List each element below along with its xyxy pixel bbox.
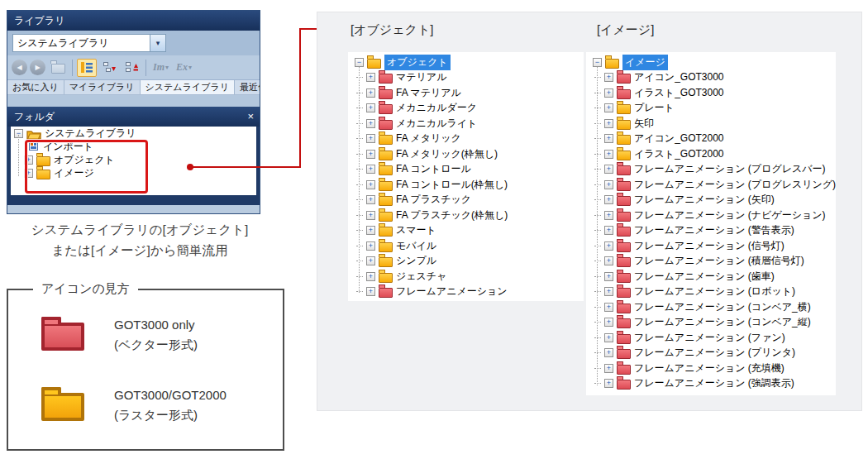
chevron-down-icon[interactable]: ▾ <box>150 35 165 51</box>
tree-row[interactable]: + シンプル <box>348 254 584 270</box>
tree-row[interactable]: + メカニカルライト <box>348 116 584 131</box>
tree-row[interactable]: + フレームアニメーション (矢印) <box>586 193 836 208</box>
expand-icon[interactable]: + <box>604 119 613 128</box>
tab-my-library[interactable]: マイライブラリ <box>64 80 141 94</box>
expand-icon[interactable]: + <box>366 256 375 265</box>
expand-icon[interactable]: + <box>604 165 613 174</box>
sort-tree-button[interactable] <box>122 59 141 77</box>
tree-row[interactable]: + フレームアニメーション (プログレスバー) <box>586 162 836 178</box>
tree-row-import[interactable]: インポート <box>11 140 256 153</box>
expand-icon[interactable]: + <box>366 88 375 98</box>
expand-icon[interactable]: + <box>366 226 375 235</box>
tree-row[interactable]: + メカニカルダーク <box>348 101 584 117</box>
expand-icon[interactable]: + <box>24 155 33 165</box>
tree-row[interactable]: + フレームアニメーション (ナビゲーション) <box>586 208 836 223</box>
export-button[interactable]: Ex ▾ <box>174 61 194 74</box>
tree-row[interactable]: + フレームアニメーション (警告表示) <box>586 223 836 239</box>
expand-icon[interactable]: + <box>604 226 613 235</box>
expand-icon[interactable]: + <box>366 119 375 128</box>
tree-row[interactable]: + イラスト_GOT2000 <box>586 146 836 162</box>
tree-view-button[interactable] <box>77 59 97 77</box>
tree-row-images[interactable]: + イメージ <box>11 166 256 179</box>
tree-row[interactable]: + フレームアニメーション (ファン) <box>586 330 836 346</box>
expand-icon[interactable]: + <box>366 287 375 296</box>
expand-icon[interactable]: + <box>604 211 613 220</box>
expand-icon[interactable]: + <box>366 211 375 220</box>
forward-button[interactable]: ▶ <box>30 60 45 75</box>
import-button[interactable]: Im ▾ <box>150 61 171 74</box>
expand-icon[interactable]: + <box>604 379 613 388</box>
expand-icon[interactable]: + <box>366 195 375 204</box>
tree-row[interactable]: + マテリアル <box>348 70 584 86</box>
tree-row[interactable]: + FA コントロール <box>348 162 584 178</box>
expand-icon[interactable]: + <box>366 272 375 281</box>
tree-row[interactable]: + フレームアニメーション (コンベア_横) <box>586 299 836 315</box>
tree-row[interactable]: + FA プラスチック <box>348 193 584 208</box>
back-button[interactable]: ◀ <box>12 60 27 75</box>
tree-row[interactable]: + FA メタリック <box>348 131 584 147</box>
expand-icon[interactable]: + <box>604 256 613 265</box>
expand-icon[interactable]: + <box>604 241 613 251</box>
expand-icon[interactable]: + <box>366 150 375 159</box>
tree-row[interactable]: + FA メタリック(枠無し) <box>348 146 584 162</box>
tree-row[interactable]: + フレームアニメーション (歯車) <box>586 269 836 284</box>
expand-icon[interactable]: + <box>604 195 613 204</box>
up-folder-button[interactable] <box>48 59 68 77</box>
expand-icon[interactable]: + <box>604 272 613 281</box>
tree-row[interactable]: + FA マテリアル <box>348 85 584 101</box>
expand-icon[interactable]: + <box>604 88 613 98</box>
tree-row-objects[interactable]: + オブジェクト <box>11 153 256 166</box>
tree-row[interactable]: + フレームアニメーション (ロボット) <box>586 284 836 300</box>
tree-row[interactable]: + フレームアニメーション (強調表示) <box>586 376 836 392</box>
expand-icon[interactable]: + <box>366 241 375 251</box>
expand-icon[interactable]: + <box>604 287 613 296</box>
folder-icon <box>617 165 631 175</box>
expand-icon[interactable]: + <box>604 134 613 143</box>
tree-row[interactable]: + フレームアニメーション <box>348 284 584 300</box>
expand-icon[interactable]: + <box>366 73 375 82</box>
tree-row[interactable]: + アイコン_GOT2000 <box>586 131 836 147</box>
tree-row[interactable]: + フレームアニメーション (充填機) <box>586 361 836 376</box>
back-icon: ◀ <box>17 64 21 71</box>
expand-icon[interactable]: + <box>604 348 613 357</box>
tab-system-library[interactable]: システムライブラリ <box>141 80 235 94</box>
tree-row[interactable]: + フレームアニメーション (プリンタ) <box>586 346 836 361</box>
tree-row[interactable]: + フレームアニメーション (積層信号灯) <box>586 254 836 270</box>
tree-row[interactable]: + 矢印 <box>586 116 836 131</box>
tab-recent[interactable]: 最近使 <box>235 80 260 94</box>
expand-icon[interactable]: + <box>604 303 613 312</box>
expand-icon[interactable]: + <box>366 165 375 174</box>
expand-icon[interactable]: + <box>604 333 613 342</box>
tree-row[interactable]: + FA プラスチック(枠無し) <box>348 208 584 223</box>
tree-row[interactable]: + アイコン_GOT3000 <box>586 70 836 86</box>
collapse-icon[interactable]: − <box>593 58 602 67</box>
expand-icon[interactable]: + <box>604 103 613 112</box>
filter-tree-button[interactable] <box>99 59 119 77</box>
tree-row[interactable]: + ジェスチャ <box>348 269 584 284</box>
close-icon[interactable]: × <box>247 107 254 127</box>
tree-row[interactable]: + モバイル <box>348 238 584 254</box>
tree-row[interactable]: + イラスト_GOT3000 <box>586 85 836 101</box>
expand-icon[interactable]: + <box>604 180 613 189</box>
tree-row[interactable]: + フレームアニメーション (信号灯) <box>586 238 836 254</box>
expand-icon[interactable]: + <box>604 150 613 159</box>
tree-row[interactable]: + FA コントロール(枠無し) <box>348 177 584 193</box>
expand-icon[interactable]: + <box>366 103 375 112</box>
tree-row-system-library[interactable]: − システムライブラリ <box>11 127 256 140</box>
tree-row[interactable]: + スマート <box>348 223 584 239</box>
collapse-icon[interactable]: − <box>355 58 364 67</box>
tab-favorites[interactable]: お気に入り <box>7 80 64 94</box>
expand-icon[interactable]: + <box>604 318 613 327</box>
expand-icon[interactable]: + <box>366 180 375 189</box>
tree-row[interactable]: + プレート <box>586 101 836 117</box>
expand-icon[interactable]: + <box>366 134 375 143</box>
tree-row[interactable]: + フレームアニメーション (コンベア_縦) <box>586 315 836 331</box>
library-type-select[interactable]: システムライブラリ ▾ <box>12 34 166 52</box>
tree-row[interactable]: + フレームアニメーション (プログレスリング) <box>586 177 836 193</box>
tree-row-root[interactable]: − イメージ <box>586 55 836 70</box>
expand-icon[interactable]: + <box>604 364 613 373</box>
tree-row-root[interactable]: − オブジェクト <box>348 55 584 70</box>
red-folder-icon <box>41 323 84 351</box>
expand-icon[interactable]: + <box>604 73 613 82</box>
expand-icon[interactable]: + <box>24 169 33 178</box>
